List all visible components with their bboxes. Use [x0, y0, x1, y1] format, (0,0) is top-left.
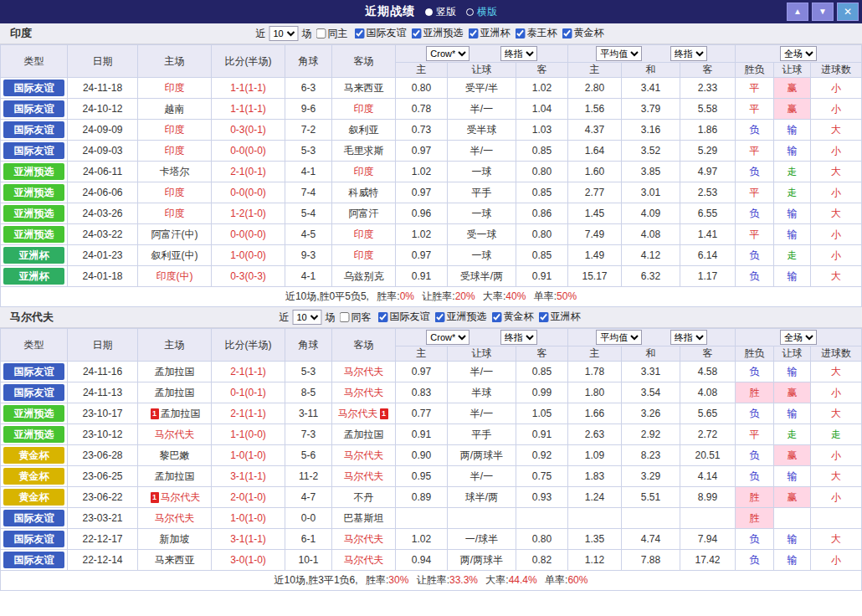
away-team[interactable]: 印度 [332, 99, 396, 120]
result-handicap: 赢 [774, 487, 811, 508]
competition-checkbox[interactable] [469, 28, 479, 38]
scope-select[interactable]: 全场 [780, 46, 817, 61]
home-team[interactable]: 马来西亚 [138, 550, 212, 571]
home-team[interactable]: 1马尔代夫 [138, 487, 212, 508]
odds-home: 7.49 [568, 224, 622, 245]
home-team[interactable]: 阿富汗(中) [138, 224, 212, 245]
competition-filter[interactable]: 黄金杯 [562, 26, 604, 40]
competition-filter[interactable]: 黄金杯 [492, 310, 534, 324]
score-cell: 2-1(0-1) [212, 162, 285, 182]
away-team[interactable]: 巴基斯坦 [332, 508, 396, 529]
same-venue-checkbox[interactable] [340, 312, 350, 322]
competition-checkbox[interactable] [378, 312, 388, 322]
away-team[interactable]: 乌兹别克 [332, 266, 396, 287]
result-wdl: 平 [736, 182, 774, 203]
scroll-up-button[interactable]: ▲ [787, 3, 808, 21]
radio-label-vertical: 竖版 [436, 5, 456, 19]
layout-radio-horizontal[interactable]: 横版 [466, 5, 497, 19]
competition-filter[interactable]: 国际友谊 [355, 26, 407, 40]
match-date: 24-10-12 [68, 99, 138, 120]
away-team[interactable]: 马尔代夫 [332, 466, 396, 487]
score-cell: 1-0(1-0) [212, 508, 285, 529]
home-team[interactable]: 马尔代夫 [138, 424, 212, 445]
result-handicap [774, 508, 811, 529]
match-date: 23-03-21 [68, 508, 138, 529]
away-team[interactable]: 孟加拉国 [332, 424, 396, 445]
home-team[interactable]: 黎巴嫩 [138, 445, 212, 466]
away-team[interactable]: 科威特 [332, 182, 396, 203]
competition-filter[interactable]: 亚洲预选 [412, 26, 464, 40]
home-team[interactable]: 叙利亚(中) [138, 245, 212, 266]
home-team[interactable]: 印度 [138, 182, 212, 203]
corners-cell: 7-3 [285, 424, 332, 445]
away-team[interactable]: 印度 [332, 224, 396, 245]
away-team[interactable]: 马尔代夫1 [332, 403, 396, 424]
final-odds-select[interactable]: 终指 [500, 330, 537, 345]
final-odds-select-2[interactable]: 终指 [670, 46, 707, 61]
final-odds-select-2[interactable]: 终指 [670, 330, 707, 345]
layout-radio-vertical[interactable]: 竖版 [425, 5, 456, 19]
home-team[interactable]: 1孟加拉国 [138, 403, 212, 424]
away-team[interactable]: 毛里求斯 [332, 141, 396, 162]
team-name: 印度 [165, 208, 185, 219]
final-odds-select[interactable]: 终指 [500, 46, 537, 61]
odds-home: 1.09 [568, 445, 622, 466]
handicap-odds-away: 0.80 [516, 162, 568, 182]
away-team[interactable]: 叙利亚 [332, 120, 396, 141]
bookmaker-select[interactable]: Crow* [426, 46, 469, 61]
competition-checkbox[interactable] [539, 312, 549, 322]
away-team[interactable]: 马尔代夫 [332, 529, 396, 550]
close-button[interactable]: ✕ [837, 3, 859, 21]
same-venue-checkbox[interactable] [316, 28, 326, 38]
odds-away: 5.29 [680, 141, 736, 162]
home-team[interactable]: 孟加拉国 [138, 362, 212, 382]
away-team[interactable]: 印度 [332, 245, 396, 266]
home-team[interactable]: 孟加拉国 [138, 382, 212, 403]
away-team[interactable]: 马尔代夫 [332, 362, 396, 382]
away-team[interactable]: 印度 [332, 162, 396, 182]
home-team[interactable]: 马尔代夫 [138, 508, 212, 529]
bookmaker-select[interactable]: Crow* [426, 330, 469, 345]
handicap-line: 两/两球半 [448, 445, 516, 466]
away-team[interactable]: 不丹 [332, 487, 396, 508]
scope-select[interactable]: 全场 [780, 330, 817, 345]
away-team[interactable]: 马尔代夫 [332, 382, 396, 403]
average-odds-select[interactable]: 平均值 [596, 46, 642, 61]
home-team[interactable]: 新加坡 [138, 529, 212, 550]
home-team[interactable]: 孟加拉国 [138, 466, 212, 487]
average-odds-select[interactable]: 平均值 [596, 330, 642, 345]
competition-filter[interactable]: 亚洲杯 [539, 310, 581, 324]
col-header-away: 客场 [332, 45, 396, 78]
competition-checkbox[interactable] [355, 28, 365, 38]
subcol-handicap-away: 客 [516, 63, 568, 78]
home-team[interactable]: 印度 [138, 78, 212, 99]
home-team[interactable]: 卡塔尔 [138, 162, 212, 182]
match-date: 23-06-28 [68, 445, 138, 466]
away-team[interactable]: 阿富汗 [332, 203, 396, 224]
competition-checkbox[interactable] [492, 312, 502, 322]
same-venue-filter[interactable]: 同主 [316, 27, 348, 41]
summary-stat-label: 大率: [480, 290, 506, 302]
competition-checkbox[interactable] [562, 28, 572, 38]
away-team[interactable]: 马尔代夫 [332, 445, 396, 466]
away-team[interactable]: 马来西亚 [332, 78, 396, 99]
competition-filter[interactable]: 泰王杯 [516, 26, 557, 40]
home-team[interactable]: 印度 [138, 141, 212, 162]
same-venue-filter[interactable]: 同客 [340, 311, 372, 325]
competition-checkbox[interactable] [412, 28, 422, 38]
recent-count-select[interactable]: 10 [293, 310, 322, 325]
scroll-down-button[interactable]: ▼ [812, 3, 834, 21]
handicap-odds-home: 0.97 [396, 362, 448, 382]
match-row: 亚洲预选 24-03-22 阿富汗(中) 0-0(0-0) 4-5 印度 1.0… [1, 224, 862, 245]
competition-checkbox[interactable] [516, 28, 526, 38]
competition-filter[interactable]: 亚洲杯 [469, 26, 511, 40]
competition-filter[interactable]: 国际友谊 [378, 310, 430, 324]
home-team[interactable]: 印度 [138, 120, 212, 141]
competition-checkbox[interactable] [435, 312, 445, 322]
away-team[interactable]: 马尔代夫 [332, 550, 396, 571]
recent-count-select[interactable]: 10 [269, 26, 299, 41]
competition-filter[interactable]: 亚洲预选 [435, 310, 487, 324]
home-team[interactable]: 越南 [138, 99, 212, 120]
home-team[interactable]: 印度(中) [138, 266, 212, 287]
home-team[interactable]: 印度 [138, 203, 212, 224]
